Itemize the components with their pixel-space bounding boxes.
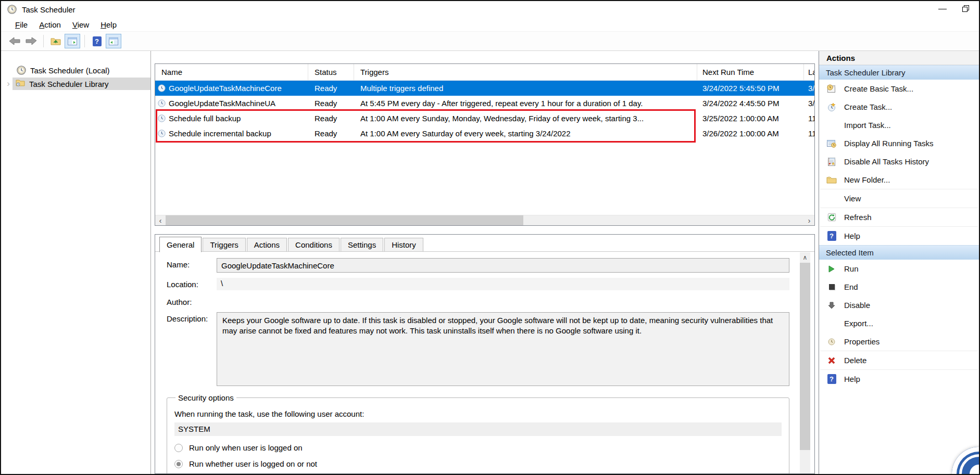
tasks-history-icon (825, 157, 838, 167)
task-clock-icon (158, 130, 166, 137)
restore-button[interactable] (955, 1, 979, 18)
restore-icon (962, 5, 969, 12)
tab-settings[interactable]: Settings (341, 238, 383, 252)
task-details-panel: General Triggers Actions Conditions Sett… (155, 234, 815, 474)
scroll-left-arrow[interactable]: ‹ (155, 215, 166, 225)
menu-action[interactable]: Action (33, 19, 67, 31)
action-view[interactable]: View (819, 189, 979, 208)
menu-bar: File Action View Help (1, 18, 979, 32)
action-import-task[interactable]: Import Task... (819, 116, 979, 134)
console-tree-pane-icon (68, 37, 77, 45)
scroll-right-arrow[interactable]: › (804, 215, 814, 225)
general-form: Name: Location: \ Author: Descriptio (155, 252, 800, 473)
column-header-last-run-time[interactable]: La (804, 64, 814, 80)
action-disable[interactable]: Disable (819, 296, 979, 314)
column-header-next-run-time[interactable]: Next Run Time (697, 64, 804, 80)
action-refresh[interactable]: Refresh (819, 208, 979, 226)
list-empty-area (155, 141, 814, 215)
action-label: Display All Running Tasks (844, 139, 933, 148)
tab-history[interactable]: History (384, 238, 423, 252)
action-display-all-running-tasks[interactable]: Display All Running Tasks (819, 134, 979, 152)
radio-run-logged-on-or-not[interactable]: Run whether user is logged on or not (174, 459, 782, 468)
action-create-basic-task[interactable]: Create Basic Task... (819, 80, 979, 98)
radio-run-logged-on[interactable]: Run only when user is logged on (174, 443, 782, 452)
tree-library-label: Task Scheduler Library (29, 80, 109, 88)
back-button[interactable] (7, 34, 22, 48)
table-row[interactable]: Schedule incremental backup Ready At 1:0… (155, 126, 814, 141)
table-row[interactable]: GoogleUpdateTaskMachineUA Ready At 5:45 … (155, 96, 814, 111)
window-title: Task Scheduler (22, 5, 76, 14)
action-label: New Folder... (844, 175, 890, 184)
task-clock-icon (158, 99, 166, 107)
user-account-prompt: When running the task, use the following… (174, 409, 782, 418)
action-disable-all-tasks-history[interactable]: Disable All Tasks History (819, 152, 979, 171)
column-header-name[interactable]: Name (155, 64, 308, 80)
column-header-triggers[interactable]: Triggers (354, 64, 697, 80)
table-row[interactable]: Schedule full backup Ready At 1:00 AM ev… (155, 111, 814, 126)
action-properties[interactable]: Properties (819, 332, 979, 351)
horizontal-scrollbar: ‹ › (155, 215, 814, 225)
scroll-up-arrow[interactable]: ∧ (800, 252, 810, 263)
running-tasks-icon (825, 138, 838, 149)
minimize-button[interactable] (931, 1, 955, 18)
task-scheduler-window: Task Scheduler File Action View Help (0, 0, 980, 475)
action-label: Disable All Tasks History (844, 157, 929, 166)
action-delete[interactable]: Delete (819, 351, 979, 369)
user-account-value: SYSTEM (174, 422, 782, 436)
no-icon (825, 318, 838, 329)
tab-triggers[interactable]: Triggers (203, 238, 245, 252)
scrollbar-thumb[interactable] (800, 263, 810, 450)
action-help-library[interactable]: ? Help (819, 227, 979, 245)
task-name: Schedule incremental backup (169, 129, 271, 138)
location-label: Location: (167, 278, 217, 290)
library-folder-icon (16, 79, 25, 88)
action-export[interactable]: Export... (819, 314, 979, 332)
show-action-pane-button[interactable] (106, 34, 121, 48)
menu-help[interactable]: Help (95, 19, 122, 31)
menu-view[interactable]: View (67, 19, 95, 31)
action-help-selected[interactable]: ? Help (819, 370, 979, 388)
column-header-status[interactable]: Status (308, 64, 354, 80)
radio-label: Run whether user is logged on or not (189, 459, 317, 468)
task-triggers: At 5:45 PM every day - After triggered, … (354, 96, 697, 111)
actions-section-library[interactable]: Task Scheduler Library (819, 65, 979, 80)
radio-button-selected-icon (174, 460, 183, 468)
tab-conditions[interactable]: Conditions (288, 238, 340, 252)
task-last-run: 3/ (804, 81, 814, 96)
menu-file[interactable]: File (9, 19, 33, 31)
action-new-folder[interactable]: New Folder... (819, 171, 979, 189)
tree-item-task-scheduler-local[interactable]: Task Scheduler (Local) (1, 63, 150, 77)
delete-icon (825, 355, 838, 366)
disable-icon (825, 300, 838, 311)
tab-actions[interactable]: Actions (247, 238, 287, 252)
action-run[interactable]: Run (819, 260, 979, 278)
actions-section-selected-item[interactable]: Selected Item (819, 245, 979, 260)
scrollbar-thumb[interactable] (166, 215, 523, 225)
action-end[interactable]: End (819, 278, 979, 296)
task-next-run: 3/24/2022 5:45:50 PM (697, 81, 804, 96)
radio-button-icon (174, 444, 183, 452)
task-triggers: Multiple triggers defined (354, 81, 697, 96)
task-name-field[interactable] (217, 258, 789, 273)
tree-item-task-scheduler-library[interactable]: › Task Scheduler Library (1, 77, 150, 91)
forward-button[interactable] (23, 34, 39, 48)
help-button[interactable]: ? (89, 34, 105, 48)
action-label: End (844, 283, 858, 291)
table-row[interactable]: GoogleUpdateTaskMachineCore Ready Multip… (155, 81, 814, 96)
task-clock-icon (158, 114, 166, 122)
tab-general[interactable]: General (159, 237, 202, 252)
tree-expander-icon[interactable]: › (4, 80, 12, 88)
action-create-task[interactable]: Create Task... (819, 98, 979, 116)
show-console-tree-button[interactable] (65, 34, 80, 48)
actions-panel: Actions Task Scheduler Library Create Ba… (819, 51, 979, 474)
task-list-header: Name Status Triggers Next Run Time La (155, 64, 814, 81)
root-folder-button[interactable] (48, 34, 64, 48)
author-label: Author: (167, 296, 217, 307)
task-triggers: At 1:00 AM every Sunday, Monday, Wednesd… (354, 111, 697, 126)
toolbar-separator (84, 35, 85, 47)
center-column: Name Status Triggers Next Run Time La Go… (151, 51, 819, 474)
title-bar: Task Scheduler (1, 1, 979, 18)
task-status: Ready (308, 81, 354, 96)
help-icon: ? (93, 36, 102, 46)
help-icon: ? (825, 374, 838, 384)
